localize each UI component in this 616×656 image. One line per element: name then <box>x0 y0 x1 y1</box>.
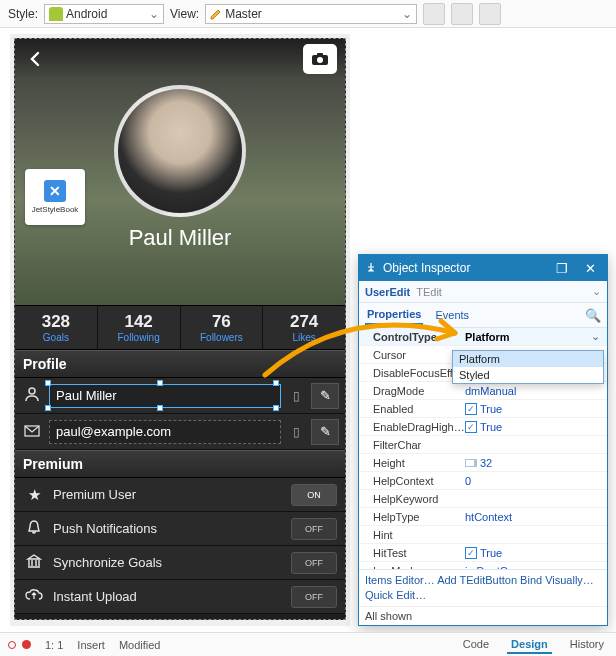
inspector-allshown-label: All shown <box>359 606 607 625</box>
prop-row-helptype[interactable]: HelpTypehtContext <box>359 508 607 526</box>
cloud-upload-icon <box>23 588 45 605</box>
prop-row-enabled[interactable]: Enabled✓True <box>359 400 607 418</box>
user-email-input[interactable] <box>49 420 281 444</box>
chevron-down-icon: ⌄ <box>149 7 159 21</box>
svg-point-2 <box>317 57 323 63</box>
view-selector[interactable]: Master ⌄ <box>205 4 417 24</box>
svg-point-3 <box>29 388 35 394</box>
profile-header: Profile <box>15 350 345 378</box>
mail-icon <box>21 423 43 440</box>
tab-design[interactable]: Design <box>507 636 552 654</box>
bell-icon <box>23 519 45 538</box>
macro-record-controls[interactable] <box>8 640 31 649</box>
pin-icon <box>365 262 377 274</box>
inspector-titlebar[interactable]: Object Inspector ❐ ✕ <box>359 255 607 281</box>
close-button[interactable]: ✕ <box>579 259 601 277</box>
restore-button[interactable]: ❐ <box>551 259 573 277</box>
record-icon[interactable] <box>22 640 31 649</box>
dropdown-item-styled[interactable]: Styled <box>453 367 603 383</box>
upload-switch[interactable]: OFF <box>291 586 337 608</box>
view-label: View: <box>170 7 199 21</box>
pencil-icon <box>210 8 222 20</box>
svg-rect-1 <box>317 53 323 56</box>
user-name-input[interactable] <box>49 384 281 408</box>
insert-mode: Insert <box>77 639 105 651</box>
back-button[interactable] <box>23 46 49 72</box>
sync-switch[interactable]: OFF <box>291 552 337 574</box>
prop-row-helpcontext[interactable]: HelpContext0 <box>359 472 607 490</box>
stat-goals[interactable]: 328Goals <box>15 306 98 349</box>
toolbar-button-1[interactable] <box>423 3 445 25</box>
style-selector[interactable]: Android ⌄ <box>44 4 164 24</box>
prop-row-imemode[interactable]: ImeModeimDontCare <box>359 562 607 569</box>
premium-header: Premium <box>15 450 345 478</box>
edit-email-button[interactable]: ✎ <box>311 419 339 445</box>
star-icon: ★ <box>23 486 45 504</box>
prop-row-controltype[interactable]: ControlTypePlatform⌄ <box>359 328 607 346</box>
mobile-icon: ▯ <box>287 425 305 439</box>
tab-history[interactable]: History <box>566 636 608 654</box>
prop-row-helpkeyword[interactable]: HelpKeyword <box>359 490 607 508</box>
avatar-image[interactable] <box>114 85 246 217</box>
tab-events[interactable]: Events <box>433 306 471 324</box>
dropdown-item-platform[interactable]: Platform <box>453 351 603 367</box>
inspector-tabs: Properties Events 🔍 <box>359 303 607 328</box>
chevron-down-icon: ⌄ <box>402 7 412 21</box>
controltype-dropdown-popup[interactable]: Platform Styled <box>452 350 604 384</box>
stylebook-icon: ✕ <box>44 180 66 202</box>
tab-code[interactable]: Code <box>459 636 493 654</box>
stat-likes[interactable]: 274Likes <box>263 306 345 349</box>
stat-following[interactable]: 142Following <box>98 306 181 349</box>
prop-row-hint[interactable]: Hint <box>359 526 607 544</box>
prop-row-height[interactable]: Height32 <box>359 454 607 472</box>
mobile-icon: ▯ <box>287 389 305 403</box>
toolbar-button-2[interactable] <box>451 3 473 25</box>
prop-row-dragmode[interactable]: DragModedmManual <box>359 382 607 400</box>
option-premium-user: ★ Premium User ON <box>15 478 345 512</box>
tab-properties[interactable]: Properties <box>365 305 423 325</box>
option-instant-upload: Instant Upload OFF <box>15 580 345 614</box>
record-outline-icon[interactable] <box>8 641 16 649</box>
modified-indicator: Modified <box>119 639 161 651</box>
camera-button[interactable] <box>303 44 337 74</box>
top-toolbar: Style: Android ⌄ View: Master ⌄ <box>0 0 616 28</box>
inspector-title: Object Inspector <box>383 261 545 275</box>
search-icon[interactable]: 🔍 <box>585 308 601 323</box>
stats-row: 328Goals 142Following 76Followers 274Lik… <box>15 305 345 350</box>
android-icon <box>49 7 63 21</box>
stat-followers[interactable]: 76Followers <box>181 306 264 349</box>
username-label: Paul Miller <box>15 225 345 251</box>
edit-name-button[interactable]: ✎ <box>311 383 339 409</box>
option-sync-goals: Synchronize Goals OFF <box>15 546 345 580</box>
inspector-object-selector[interactable]: UserEdit TEdit ⌄ <box>359 281 607 303</box>
designer-canvas[interactable]: ✕ JetStyleBook Paul Miller 328Goals 142F… <box>10 34 350 626</box>
bank-icon <box>23 553 45 572</box>
toolbar-button-3[interactable] <box>479 3 501 25</box>
push-switch[interactable]: OFF <box>291 518 337 540</box>
option-push-notifications: Push Notifications OFF <box>15 512 345 546</box>
person-icon <box>21 386 43 405</box>
chevron-down-icon: ⌄ <box>592 285 601 298</box>
cursor-position: 1: 1 <box>45 639 63 651</box>
mobile-form[interactable]: ✕ JetStyleBook Paul Miller 328Goals 142F… <box>14 38 346 620</box>
object-inspector-panel[interactable]: Object Inspector ❐ ✕ UserEdit TEdit ⌄ Pr… <box>358 254 608 626</box>
prop-row-hittest[interactable]: HitTest✓True <box>359 544 607 562</box>
chevron-down-icon[interactable]: ⌄ <box>589 330 601 343</box>
name-field-row: ▯ ✎ <box>15 378 345 414</box>
style-label: Style: <box>8 7 38 21</box>
header-photo-area: ✕ JetStyleBook Paul Miller <box>15 39 345 305</box>
inspector-bottom-links[interactable]: Items Editor… Add TEditButton Bind Visua… <box>359 569 607 606</box>
prop-row-enabledraghighlight[interactable]: EnableDragHighlight✓True <box>359 418 607 436</box>
email-field-row: ▯ ✎ <box>15 414 345 450</box>
stylebook-component[interactable]: ✕ JetStyleBook <box>25 169 85 225</box>
prop-row-filterchar[interactable]: FilterChar <box>359 436 607 454</box>
status-bar: 1: 1 Insert Modified Code Design History <box>0 632 616 656</box>
premium-switch[interactable]: ON <box>291 484 337 506</box>
